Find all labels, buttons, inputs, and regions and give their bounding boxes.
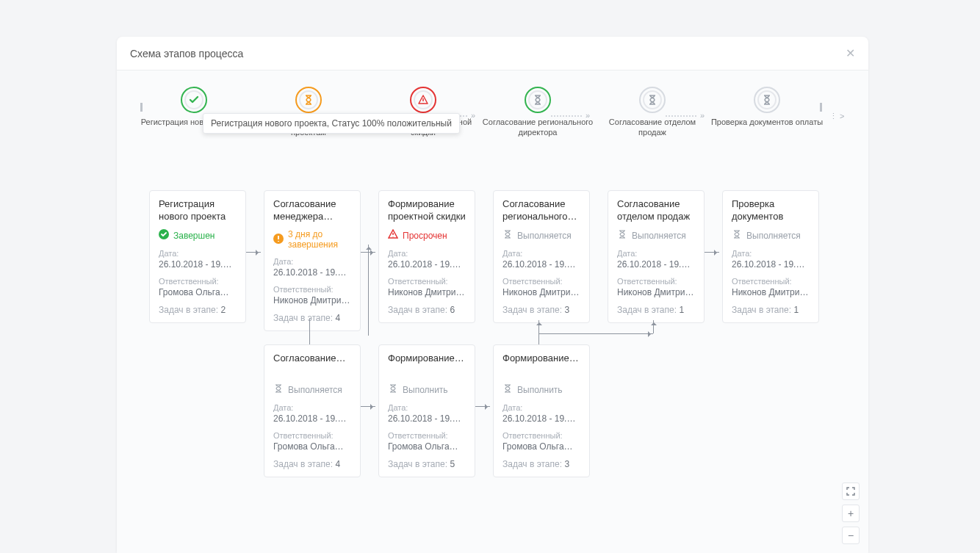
close-icon[interactable]: ✕: [846, 46, 855, 60]
responsible-value: Громова Ольга…: [159, 287, 237, 297]
responsible-label: Ответственный:: [388, 431, 466, 440]
stage-title: Формирование проектной скидки: [388, 198, 466, 223]
responsible-label: Ответственный:: [617, 277, 695, 286]
status-text: 3 дня до завершения: [288, 229, 351, 250]
status-icon: [502, 383, 513, 396]
date-label: Дата:: [388, 249, 466, 258]
step-label: Согласование регионального директора: [480, 118, 595, 138]
stage-status: Выполняется: [617, 229, 695, 242]
status-text: Завершен: [173, 231, 215, 241]
tasks-count: Задач в этапе: 5: [388, 459, 466, 469]
date-value: 26.10.2018 - 19.01.2019: [732, 259, 810, 270]
stage-title: Согласование отделом продаж: [617, 198, 695, 223]
arrow-icon: [368, 245, 369, 336]
step-ring: [639, 87, 666, 113]
status-icon: [159, 229, 169, 242]
step-ring: [410, 87, 436, 113]
responsible-label: Ответственный:: [502, 277, 580, 286]
status-text: Выполнить: [517, 385, 563, 395]
stage-status: Выполняется: [273, 383, 351, 396]
responsible-value: Громова Ольга…: [273, 441, 351, 452]
stage-card[interactable]: Формирование проектной скидки Просрочен …: [378, 190, 475, 323]
responsible-label: Ответственный:: [273, 431, 351, 440]
status-icon: [732, 229, 742, 242]
stage-card[interactable]: Согласование регионального… Выполняется …: [493, 190, 590, 323]
status-text: Выполняется: [746, 231, 801, 241]
timeline: ⋮ > » » » » » Регистрация нового проекта: [117, 87, 868, 145]
stage-title: Формирование…: [502, 353, 580, 377]
panel-title: Схема этапов процесса: [130, 48, 243, 59]
arrow-icon: [246, 252, 261, 253]
stage-title: Согласование…: [273, 353, 351, 377]
stage-card[interactable]: Согласование… Выполняется Дата: 26.10.20…: [264, 344, 361, 477]
process-scheme-panel: Схема этапов процесса ✕ ⋮ > » » » » »: [117, 37, 868, 553]
date-value: 26.10.2018 - 19.01.2019: [502, 259, 580, 270]
status-icon: [388, 229, 398, 242]
status-icon: [502, 229, 513, 242]
responsible-label: Ответственный:: [159, 277, 237, 286]
responsible-value: Громова Ольга…: [388, 441, 466, 452]
stage-card[interactable]: Формирование… Выполнить Дата: 26.10.2018…: [378, 344, 475, 477]
date-value: 26.10.2018 - 19.01.2019: [388, 259, 466, 270]
stage-title: Согласование регионального…: [502, 198, 580, 223]
stage-card[interactable]: Согласование менеджера… 3 дня до заверше…: [264, 190, 361, 331]
arrow-icon: [309, 319, 310, 344]
step-ring: [181, 87, 207, 113]
stage-status: Выполнить: [388, 383, 466, 396]
tasks-count: Задач в этапе: 1: [732, 305, 810, 315]
responsible-label: Ответственный:: [732, 277, 810, 286]
status-text: Выполняется: [632, 231, 686, 241]
stage-status: 3 дня до завершения: [273, 229, 351, 250]
arrow-icon: [538, 320, 539, 333]
status-text: Выполнить: [403, 385, 448, 395]
step-label: Проверка документов оплаты: [710, 118, 824, 128]
date-label: Дата:: [273, 403, 351, 412]
arrow-icon: [475, 406, 490, 407]
panel-header: Схема этапов процесса ✕: [117, 37, 868, 71]
status-icon: [273, 234, 284, 246]
arrow-icon: [538, 333, 653, 334]
tasks-count: Задач в этапе: 4: [273, 313, 351, 323]
tasks-count: Задач в этапе: 1: [617, 305, 695, 315]
fit-icon: [846, 487, 855, 496]
responsible-value: Никонов Дмитрий…: [617, 287, 695, 297]
stage-card[interactable]: Согласование отделом продаж Выполняется …: [608, 190, 705, 323]
step-ring: [754, 87, 780, 113]
responsible-label: Ответственный:: [502, 431, 580, 440]
stage-status: Просрочен: [388, 229, 466, 242]
date-value: 26.10.2018 - 19.01.2019: [273, 413, 351, 424]
tasks-count: Задач в этапе: 6: [388, 305, 466, 315]
fit-screen-button[interactable]: [842, 482, 860, 500]
responsible-value: Никонов Дмитрий…: [732, 287, 810, 297]
date-value: 26.10.2018 - 19.01.2019: [502, 413, 580, 424]
arrow-icon: [361, 406, 375, 407]
date-value: 26.10.2018 - 19.01.2019: [617, 259, 695, 270]
tasks-count: Задач в этапе: 4: [273, 459, 351, 469]
stage-status: Выполнить: [502, 383, 580, 396]
tasks-count: Задач в этапе: 3: [502, 305, 580, 315]
date-value: 26.10.2018 - 19.01.2019: [159, 259, 237, 270]
date-label: Дата:: [273, 257, 351, 266]
stage-card[interactable]: Проверка документов оплаты Выполняется Д…: [722, 190, 819, 323]
zoom-out-button[interactable]: −: [842, 527, 860, 544]
date-label: Дата:: [617, 249, 695, 258]
arrow-icon: [538, 333, 539, 344]
date-label: Дата:: [388, 403, 466, 412]
arrow-icon: [653, 320, 654, 333]
stage-title: Согласование менеджера…: [273, 198, 351, 223]
date-value: 26.10.2018 - 19.01.2019: [273, 267, 351, 278]
date-label: Дата:: [159, 249, 237, 258]
date-label: Дата:: [502, 403, 580, 412]
timeline-step-sales[interactable]: Согласование отделом продаж: [595, 87, 710, 138]
step-ring: [525, 87, 551, 113]
stage-card[interactable]: Регистрация нового проекта Завершен Дата…: [149, 190, 246, 323]
status-text: Выполняется: [288, 385, 342, 395]
diagram-canvas[interactable]: ⋮ > » » » » » Регистрация нового проекта: [117, 71, 868, 553]
timeline-step-regional[interactable]: Согласование регионального директора: [480, 87, 595, 138]
stage-status: Выполняется: [502, 229, 580, 242]
stage-card[interactable]: Формирование… Выполнить Дата: 26.10.2018…: [493, 344, 590, 477]
timeline-scroll-chevrons-icon[interactable]: ⋮ >: [829, 112, 844, 121]
zoom-in-button[interactable]: +: [842, 505, 860, 522]
timeline-step-payment-docs[interactable]: Проверка документов оплаты: [710, 87, 824, 128]
date-label: Дата:: [502, 249, 580, 258]
